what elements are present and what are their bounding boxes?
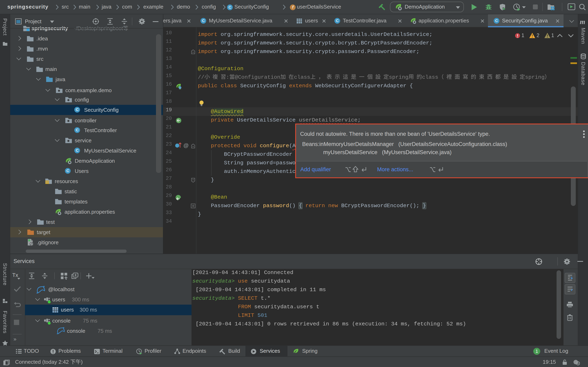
svg-text:c: c <box>179 86 181 89</box>
